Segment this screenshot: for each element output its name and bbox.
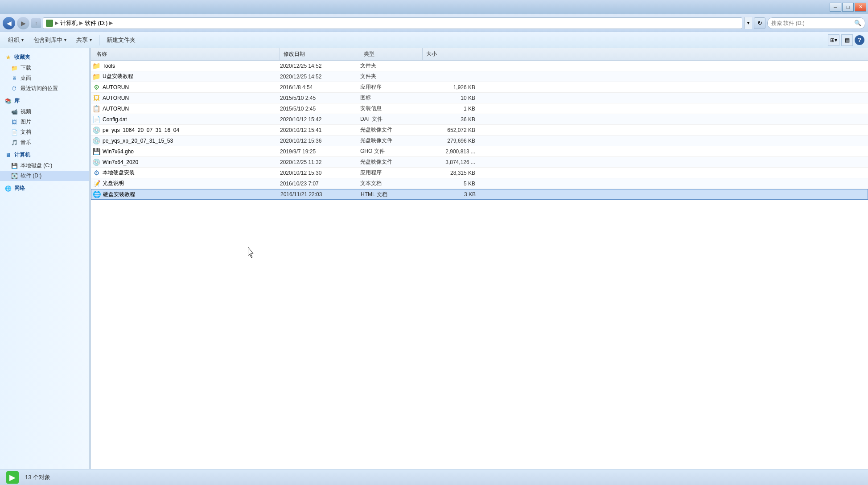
file-icon: 📝 (93, 180, 100, 187)
local-c-label: 本地磁盘 (C:) (21, 162, 52, 169)
videos-icon: 📹 (11, 108, 18, 115)
file-name-cell: 🌐 硬盘安装教程 (93, 191, 280, 198)
sidebar-item-pictures[interactable]: 🖼 图片 (0, 117, 89, 127)
sidebar-item-recent[interactable]: ⏱ 最近访问的位置 (0, 83, 89, 94)
table-row[interactable]: ⚙ AUTORUN 2016/1/8 4:54 应用程序 1,926 KB (91, 82, 868, 93)
file-name-cell: 📁 Tools (93, 62, 280, 70)
help-button[interactable]: ? (855, 35, 864, 45)
col-header-date[interactable]: 修改日期 (280, 48, 360, 60)
back-button[interactable]: ◀ (3, 17, 15, 29)
pictures-icon: 🖼 (11, 119, 18, 126)
col-header-name[interactable]: 名称 (93, 48, 280, 60)
file-list[interactable]: 📁 Tools 2020/12/25 14:52 文件夹 📁 U盘安装教程 20… (91, 61, 868, 469)
address-path[interactable]: ▶ 计算机 ▶ 软件 (D:) ▶ (43, 17, 742, 29)
table-row[interactable]: 🌐 硬盘安装教程 2016/11/21 22:03 HTML 文档 3 KB (91, 189, 868, 200)
table-row[interactable]: 💾 Win7x64.gho 2019/9/7 19:25 GHO 文件 2,90… (91, 146, 868, 157)
search-input[interactable] (771, 20, 852, 26)
file-type-cell: 应用程序 (360, 83, 423, 91)
forward-button[interactable]: ▶ (17, 17, 29, 29)
include-library-button[interactable]: 包含到库中 ▾ (29, 34, 71, 46)
file-date-cell: 2016/11/21 22:03 (280, 191, 361, 197)
file-name-cell: 💾 Win7x64.gho (93, 148, 280, 155)
file-icon: 📄 (93, 116, 100, 123)
new-folder-button[interactable]: 新建文件夹 (102, 34, 140, 46)
file-name: pe_yqs_xp_20_07_31_15_53 (103, 138, 173, 144)
file-icon: 📁 (93, 62, 100, 70)
path-part-drive[interactable]: 软件 (D:) (85, 19, 107, 27)
file-name: Tools (103, 63, 115, 69)
table-row[interactable]: 📁 Tools 2020/12/25 14:52 文件夹 (91, 61, 868, 71)
title-bar: ─ □ ✕ (0, 0, 868, 14)
path-separator-3: ▶ (109, 20, 113, 26)
file-date-cell: 2020/12/25 14:52 (280, 63, 360, 69)
refresh-button[interactable]: ↻ (754, 17, 765, 29)
path-dropdown[interactable]: ▾ (744, 17, 752, 29)
computer-icon: 🖥 (4, 152, 12, 159)
file-size-cell: 279,696 KB (423, 138, 481, 144)
maximize-button[interactable]: □ (842, 3, 854, 12)
file-icon: 🌐 (93, 191, 100, 198)
file-type-cell: 光盘映像文件 (360, 126, 423, 134)
table-row[interactable]: 📋 AUTORUN 2015/5/10 2:45 安装信息 1 KB (91, 103, 868, 114)
share-dropdown-icon: ▾ (90, 37, 92, 42)
file-date-cell: 2020/10/12 15:42 (280, 116, 360, 123)
col-header-size[interactable]: 大小 (423, 48, 481, 60)
sidebar-item-music[interactable]: 🎵 音乐 (0, 137, 89, 148)
library-section: 📚 库 📹 视频 🖼 图片 📄 文档 🎵 音乐 (0, 95, 89, 148)
table-row[interactable]: 📝 光盘说明 2016/10/23 7:07 文本文档 5 KB (91, 178, 868, 189)
sidebar-item-videos[interactable]: 📹 视频 (0, 107, 89, 117)
view-options-button[interactable]: ⊞▾ (828, 34, 839, 46)
table-row[interactable]: 💿 Win7x64_2020 2020/12/25 11:32 光盘映像文件 3… (91, 157, 868, 168)
table-row[interactable]: 📄 Config.dat 2020/10/12 15:42 DAT 文件 36 … (91, 114, 868, 125)
documents-label: 文档 (21, 128, 31, 136)
close-button[interactable]: ✕ (855, 3, 866, 12)
up-button[interactable]: ↑ (31, 18, 41, 28)
music-label: 音乐 (21, 139, 31, 146)
computer-header[interactable]: 🖥 计算机 (0, 149, 89, 160)
file-name: AUTORUN (103, 106, 129, 112)
file-date-cell: 2015/5/10 2:45 (280, 106, 360, 112)
table-row[interactable]: 💿 pe_yqs_1064_20_07_31_16_04 2020/10/12 … (91, 125, 868, 136)
file-name: 本地硬盘安装 (103, 169, 135, 177)
status-icon: ▶ (5, 470, 20, 485)
sidebar-item-downloads[interactable]: 📁 下载 (0, 63, 89, 73)
favorites-header[interactable]: ★ 收藏夹 (0, 52, 89, 63)
sidebar-item-documents[interactable]: 📄 文档 (0, 127, 89, 137)
table-row[interactable]: 🖼 AUTORUN 2015/5/10 2:45 图标 10 KB (91, 93, 868, 103)
network-header[interactable]: 🌐 网络 (0, 183, 89, 194)
software-d-icon: 💽 (11, 173, 18, 180)
preview-pane-button[interactable]: ▤ (841, 34, 853, 46)
table-row[interactable]: ⚙ 本地硬盘安装 2020/10/12 15:30 应用程序 28,315 KB (91, 168, 868, 178)
path-separator: ▶ (55, 20, 58, 26)
downloads-icon: 📁 (11, 65, 18, 72)
file-size-cell: 28,315 KB (423, 170, 481, 176)
file-size-cell: 1,926 KB (423, 84, 481, 90)
file-name-cell: 📝 光盘说明 (93, 180, 280, 187)
file-name: AUTORUN (103, 95, 129, 101)
table-row[interactable]: 💿 pe_yqs_xp_20_07_31_15_53 2020/10/12 15… (91, 136, 868, 146)
file-name-cell: 💿 pe_yqs_1064_20_07_31_16_04 (93, 127, 280, 134)
table-row[interactable]: 📁 U盘安装教程 2020/12/25 14:52 文件夹 (91, 71, 868, 82)
file-name: pe_yqs_1064_20_07_31_16_04 (103, 127, 179, 133)
sidebar-item-desktop[interactable]: 🖥 桌面 (0, 73, 89, 83)
share-button[interactable]: 共享 ▾ (72, 34, 96, 46)
downloads-label: 下载 (21, 64, 31, 72)
sidebar-item-software-d[interactable]: 💽 软件 (D:) (0, 171, 89, 181)
sidebar-item-local-c[interactable]: 💾 本地磁盘 (C:) (0, 160, 89, 171)
file-icon: 📋 (93, 105, 100, 112)
path-part-computer[interactable]: 计算机 (60, 19, 78, 27)
file-icon: 💾 (93, 148, 100, 155)
library-icon: 📚 (4, 98, 12, 105)
file-icon: 💿 (93, 127, 100, 134)
network-label: 网络 (14, 185, 25, 192)
minimize-button[interactable]: ─ (830, 3, 841, 12)
file-name: 硬盘安装教程 (103, 191, 135, 198)
organize-button[interactable]: 组织 ▾ (4, 34, 28, 46)
col-size-label: 大小 (426, 50, 437, 58)
library-header[interactable]: 📚 库 (0, 95, 89, 107)
file-name-cell: 📋 AUTORUN (93, 105, 280, 112)
col-header-type[interactable]: 类型 (360, 48, 423, 60)
file-type-cell: HTML 文档 (361, 191, 423, 198)
search-box[interactable]: 🔍 (767, 17, 865, 29)
music-icon: 🎵 (11, 139, 18, 146)
